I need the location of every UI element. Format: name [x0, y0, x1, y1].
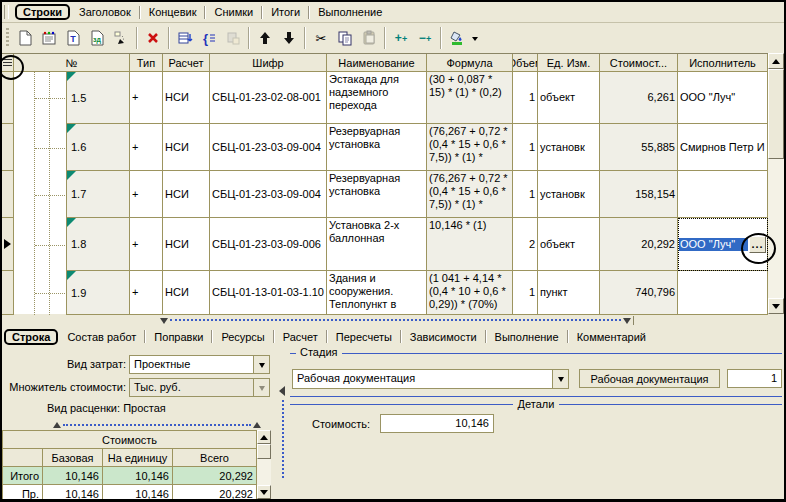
row-selector[interactable]: [2, 124, 14, 171]
cell-type[interactable]: +: [130, 171, 163, 218]
cell-unit[interactable]: объект: [538, 218, 600, 271]
minus-plus-button[interactable]: −+: [413, 26, 437, 50]
cell-calc[interactable]: НСИ: [163, 72, 210, 124]
combo-dropdown-button[interactable]: [253, 356, 269, 373]
fill-color-button[interactable]: [445, 26, 469, 50]
cell-executor-editing[interactable]: ООО "Луч" ...: [678, 218, 768, 271]
paste-button[interactable]: [357, 26, 381, 50]
cell-cost[interactable]: 55,885: [600, 124, 678, 171]
tab-sostav-rabot[interactable]: Состав работ: [60, 329, 143, 345]
column-header-volume[interactable]: Объем: [513, 54, 538, 72]
column-header-cost[interactable]: Стоимост...: [600, 54, 678, 72]
cell-name[interactable]: Здания и сооружения. Теплопункт в: [327, 271, 427, 315]
scroll-down-button[interactable]: [257, 485, 271, 499]
vertical-splitter-line[interactable]: [282, 400, 284, 478]
row-selector[interactable]: [2, 271, 14, 315]
cell-name[interactable]: Эстакада для надземного перехода: [327, 72, 427, 124]
cell-cost[interactable]: 740,796: [600, 271, 678, 315]
tab-kommentariy[interactable]: Комментарий: [570, 329, 653, 345]
detail-cost-input[interactable]: 10,146: [380, 414, 494, 433]
notebook-button[interactable]: [37, 26, 61, 50]
add-plus-button[interactable]: ++: [389, 26, 413, 50]
scrollbar-thumb[interactable]: [768, 69, 784, 159]
row-selector[interactable]: [2, 72, 14, 124]
row-selector[interactable]: [2, 171, 14, 218]
tab-stroki[interactable]: Строки: [15, 4, 70, 20]
column-header-number[interactable]: №: [14, 54, 130, 72]
chevron-up-icon[interactable]: [53, 418, 61, 428]
formula-braces-button[interactable]: {: [197, 26, 221, 50]
cell-calc[interactable]: НСИ: [163, 171, 210, 218]
cell-executor[interactable]: Смирнов Петр И: [678, 124, 768, 171]
cell-unit[interactable]: пункт: [538, 271, 600, 315]
cell-unit[interactable]: установк: [538, 124, 600, 171]
column-header-formula[interactable]: Формула: [427, 54, 513, 72]
column-header-type[interactable]: Тип: [130, 54, 163, 72]
cell-per-unit[interactable]: 10,146: [103, 467, 173, 485]
cell-cost[interactable]: 20,292: [600, 218, 678, 271]
stage-combo[interactable]: Рабочая документация: [292, 369, 569, 389]
cell-type[interactable]: +: [130, 218, 163, 271]
combo-dropdown-button[interactable]: [253, 379, 269, 396]
delete-button[interactable]: [141, 26, 165, 50]
move-down-button[interactable]: [277, 26, 301, 50]
stage-number-input[interactable]: 1: [727, 369, 782, 388]
column-header-name[interactable]: Наименование: [327, 54, 427, 72]
cell-volume[interactable]: 2: [513, 218, 538, 271]
cell-formula[interactable]: (30 + 0,087 * 15) * (1) * (0,2): [427, 72, 513, 124]
cell-executor[interactable]: [678, 171, 768, 218]
tabbar-grip[interactable]: [4, 5, 9, 19]
chevron-left-icon[interactable]: [274, 386, 285, 396]
paste-special-button[interactable]: [221, 26, 245, 50]
cell-cost[interactable]: 6,261: [600, 72, 678, 124]
toolbar-grip[interactable]: [6, 28, 9, 48]
cost-col-total[interactable]: Всего: [173, 449, 257, 467]
cell-type[interactable]: +: [130, 124, 163, 171]
ellipsis-button[interactable]: ...: [749, 236, 766, 253]
scroll-up-button[interactable]: [257, 430, 271, 444]
cell-volume[interactable]: 1: [513, 124, 538, 171]
cell-unit[interactable]: объект: [538, 72, 600, 124]
new-document-button[interactable]: [13, 26, 37, 50]
cell-executor[interactable]: ООО "Луч": [678, 72, 768, 124]
move-up-button[interactable]: [253, 26, 277, 50]
tab-resursy[interactable]: Ресурсы: [214, 329, 271, 345]
tab-pereschety[interactable]: Пересчеты: [329, 329, 399, 345]
column-header-executor[interactable]: Исполнитель: [678, 54, 768, 72]
tab-itogi[interactable]: Итоги: [264, 4, 307, 20]
tab-zavisimosti[interactable]: Зависимости: [403, 329, 484, 345]
cell-calc[interactable]: НСИ: [163, 271, 210, 315]
column-header-unit[interactable]: Ед. Изм.: [538, 54, 600, 72]
splitter-dotted-line[interactable]: [170, 319, 621, 321]
cell-unit[interactable]: установк: [538, 171, 600, 218]
cell-code[interactable]: СБЦ-01-23-03-09-004: [210, 171, 327, 218]
row-selector[interactable]: [2, 218, 14, 271]
cell-calc[interactable]: НСИ: [163, 124, 210, 171]
tab-snimki[interactable]: Снимки: [207, 4, 260, 20]
tab-koncevik[interactable]: Концевик: [142, 4, 204, 20]
grid-horizontal-splitter[interactable]: [160, 314, 634, 326]
cell-name[interactable]: Резервуарная установка: [327, 124, 427, 171]
tab-raschet[interactable]: Расчет: [276, 329, 325, 345]
cell-base[interactable]: 10,146: [43, 467, 103, 485]
cell-name[interactable]: Резервуарная установка: [327, 171, 427, 218]
cell-volume[interactable]: 1: [513, 171, 538, 218]
selected-text[interactable]: ООО "Луч": [679, 238, 748, 251]
fill-color-dropdown-arrow[interactable]: [472, 37, 478, 44]
scroll-up-button[interactable]: [768, 53, 784, 69]
splitter-dotted-line[interactable]: [63, 424, 251, 426]
cell-calc[interactable]: НСИ: [163, 218, 210, 271]
multiplier-combo[interactable]: Тыс. руб.: [129, 378, 270, 397]
chevron-up-icon[interactable]: [253, 418, 261, 428]
tab-zagolovok[interactable]: Заголовок: [72, 4, 138, 20]
cell-number[interactable]: 1.8: [66, 218, 130, 271]
cost-col-base[interactable]: Базовая: [43, 449, 103, 467]
cell-formula[interactable]: (1 041 + 4,14 * (0,4 * 10 + 0,6 * 0,29))…: [427, 271, 513, 315]
tab-popravki[interactable]: Поправки: [147, 329, 210, 345]
cell-number[interactable]: 1.7: [66, 171, 130, 218]
cell-base[interactable]: 10,146: [43, 485, 103, 499]
tab-vypolnenie[interactable]: Выполнение: [311, 4, 389, 20]
cell-number[interactable]: 1.9: [66, 271, 130, 315]
column-header-calc[interactable]: Расчет: [163, 54, 210, 72]
goto-cell-button[interactable]: [109, 26, 133, 50]
